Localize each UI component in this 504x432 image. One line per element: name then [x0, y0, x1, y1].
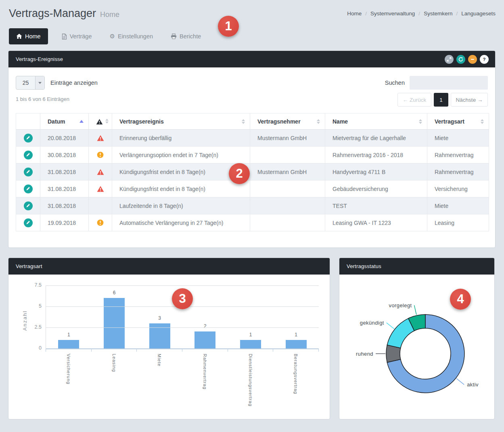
bar-value-label: 1 — [273, 332, 319, 338]
tab-home[interactable]: Home — [9, 28, 48, 44]
edit-row-button[interactable] — [24, 185, 33, 193]
art-cell: Rahmenvertrag — [427, 147, 489, 164]
collapse-minus-icon[interactable] — [468, 55, 477, 64]
ereignis-cell: Laufzeitende in 8 Tage(n) — [112, 197, 250, 214]
bar-value-label: 1 — [46, 332, 92, 338]
x-category-label: Rahmenvertrag — [203, 354, 207, 390]
donut-slice-label: gekündigt — [360, 320, 384, 326]
x-axis-tick — [182, 349, 182, 352]
bar-versicherung — [58, 340, 79, 348]
column-header-edit — [16, 113, 40, 130]
tab-einstellungen[interactable]: ⚙Einstellungen — [106, 28, 157, 44]
warning-circle-icon — [97, 219, 104, 226]
bar-group: 1 — [46, 285, 92, 348]
help-icon[interactable]: ? — [480, 55, 489, 64]
ereignis-cell: Kündigungsfrist endet in 8 Tage(n) — [112, 180, 250, 197]
contract-manager-page: Vertrags-ManagerHome Home/Systemverwaltu… — [0, 0, 504, 432]
datum-cell: 31.08.2018 — [40, 197, 89, 214]
warn-cell — [89, 214, 112, 231]
edit-cell — [16, 164, 40, 180]
edit-cell — [16, 214, 40, 231]
search-input[interactable] — [410, 76, 488, 90]
column-label: Vertragsereignis — [119, 118, 239, 125]
tab-berichte[interactable]: Berichte — [167, 28, 205, 44]
edit-cell — [16, 147, 40, 164]
bar-value-label: 3 — [137, 315, 182, 321]
gear-icon: ⚙ — [110, 33, 115, 40]
sort-arrows-icon — [79, 120, 84, 123]
vertragsstatus-panel: Vertragsstatus aktivruhendgekündigtvorge… — [339, 258, 495, 419]
x-axis-tick — [136, 349, 137, 352]
name-cell: Gebäudeversicherung — [325, 180, 427, 197]
breadcrumb-item[interactable]: Languagesets — [461, 10, 496, 17]
printer-icon — [171, 34, 177, 39]
donut-slice-label: ruhend — [356, 351, 373, 357]
bar-value-label: 2 — [182, 323, 228, 329]
breadcrumb-separator: / — [418, 10, 420, 17]
annotation-marker-3: 3 — [172, 288, 193, 309]
breadcrumb-item[interactable]: Systemkern — [424, 10, 452, 17]
tab-vertrge[interactable]: Verträge — [58, 28, 96, 44]
tab-label: Berichte — [180, 33, 201, 40]
search-area: Suchen — [385, 76, 488, 90]
x-axis-tick — [46, 349, 46, 352]
panel-toolbar: ? — [445, 55, 489, 64]
entries-label: Einträge anzeigen — [50, 80, 98, 86]
expand-icon[interactable] — [445, 55, 454, 64]
column-header-ereignis[interactable]: Vertragsereignis — [112, 113, 250, 130]
bar-group: 6 — [92, 285, 137, 348]
events-panel-header: Vertrags-Ereignisse ? — [8, 51, 495, 67]
refresh-icon[interactable] — [456, 55, 465, 64]
events-panel: Vertrags-Ereignisse ? 25 Einträge anzeig… — [8, 50, 496, 248]
breadcrumb-item[interactable]: Systemverwaltung — [370, 10, 415, 17]
breadcrumb-item[interactable]: Home — [347, 10, 362, 17]
sort-arrows-icon — [105, 119, 109, 124]
sort-arrows-icon — [242, 119, 245, 124]
column-header-name[interactable]: Name — [325, 113, 427, 130]
bar-group: 1 — [273, 285, 319, 348]
warn-cell — [89, 147, 112, 164]
edit-row-button[interactable] — [24, 151, 33, 159]
column-header-warn[interactable] — [89, 113, 112, 130]
y-tick-label: 0 — [23, 345, 42, 351]
page-title: Vertrags-Manager — [9, 7, 96, 20]
datum-cell: 31.08.2018 — [40, 180, 89, 197]
breadcrumb: Home/Systemverwaltung/Systemkern/Languag… — [347, 10, 496, 17]
column-header-art[interactable]: Vertragsart — [427, 113, 489, 130]
edit-row-button[interactable] — [24, 168, 33, 176]
page-subtitle: Home — [100, 10, 119, 19]
edit-row-button[interactable] — [24, 134, 33, 143]
next-page-button[interactable]: Nächste → — [451, 93, 488, 107]
sort-arrows-icon — [419, 119, 422, 124]
danger-triangle-icon — [97, 134, 104, 141]
edit-cell — [16, 180, 40, 197]
x-category-label: Miete — [157, 354, 162, 367]
art-cell: Versicherung — [427, 180, 489, 197]
warn-cell — [89, 197, 112, 214]
y-tick-label: 2.5 — [23, 324, 42, 330]
x-category-label: Leasing — [112, 354, 117, 372]
main-nav: HomeVerträge⚙EinstellungenBerichte — [9, 28, 205, 44]
edit-row-button[interactable] — [24, 218, 33, 227]
name-cell: Mietvertrag für die Lagerhalle — [325, 130, 427, 147]
donut-slice-label: vorgelegt — [389, 302, 412, 308]
column-header-datum[interactable]: Datum — [40, 113, 89, 130]
prev-page-button[interactable]: ← Zurück — [397, 93, 431, 107]
tab-label: Einstellungen — [118, 33, 153, 40]
column-header-nehmer[interactable]: Vertragsnehmer — [250, 113, 325, 130]
art-cell: Miete — [427, 197, 489, 214]
column-label: Vertragsart — [435, 118, 478, 125]
donut-chart: aktivruhendgekündigtvorgelegt — [339, 275, 494, 419]
bar-rahmenvertrag — [194, 331, 215, 348]
page-number-button[interactable]: 1 — [434, 93, 448, 107]
events-panel-title: Vertrags-Ereignisse — [16, 56, 63, 62]
column-label: Name — [333, 118, 416, 125]
page-size-select[interactable]: 25 — [16, 76, 45, 90]
alert-triangle-icon — [96, 118, 103, 125]
warn-cell — [89, 180, 112, 197]
tab-label: Home — [25, 33, 41, 40]
edit-row-button[interactable] — [24, 201, 33, 210]
annotation-marker-2: 2 — [229, 163, 250, 184]
breadcrumb-separator: / — [456, 10, 458, 17]
bar-beratungsvertrag — [286, 340, 307, 348]
